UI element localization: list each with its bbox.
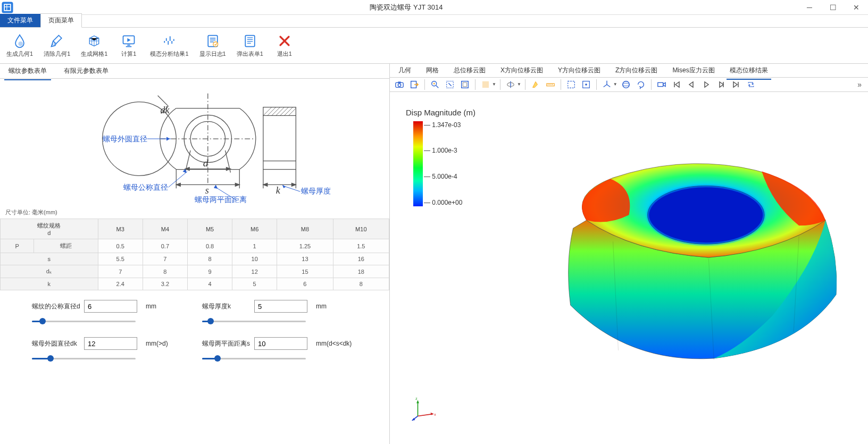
tab-mises[interactable]: Mises应力云图 (669, 64, 717, 77)
tab-fem-params[interactable]: 有限元参数表单 (60, 64, 113, 78)
input-group-s: 螺母两平面距离s mm(d<s<dk) (202, 337, 357, 363)
select-icon[interactable] (479, 78, 492, 91)
toolbar-overflow[interactable]: » (854, 80, 865, 89)
window-title: 陶瓷双边螺母 YJT 3014 (15, 3, 798, 12)
tab-page-menu[interactable]: 页面菜单 (40, 13, 82, 28)
svg-point-53 (585, 83, 587, 86)
zoom-box-icon[interactable] (444, 78, 456, 91)
highlight-icon[interactable] (529, 78, 542, 91)
box-select-icon[interactable] (565, 78, 578, 91)
ribbon-show-log[interactable]: 显示日志1 (197, 30, 228, 61)
maximize-button[interactable]: ☐ (821, 0, 845, 15)
svg-rect-48 (483, 81, 489, 87)
tab-thread-params[interactable]: 螺纹参数表单 (4, 64, 51, 78)
svg-line-28 (285, 107, 293, 116)
tab-z-disp[interactable]: Z方向位移云图 (612, 64, 661, 77)
left-sub-tabs: 螺纹参数表单 有限元参数表单 (0, 64, 389, 79)
ribbon-clear-geom[interactable]: 清除几何1 (41, 30, 72, 61)
clip-icon[interactable] (504, 78, 517, 91)
svg-point-4 (213, 42, 218, 47)
slider-d[interactable] (32, 317, 136, 325)
ruler-icon[interactable] (544, 78, 557, 91)
window-controls: ─ ☐ ✕ (798, 0, 868, 15)
svg-line-27 (280, 107, 289, 116)
svg-rect-20 (263, 107, 296, 170)
table-row: s 5.578101316 (1, 253, 389, 265)
tab-x-disp[interactable]: X方向位移云图 (497, 64, 546, 77)
unit-s: mm(d<s<dk) (316, 340, 352, 347)
camera-icon[interactable] (393, 78, 406, 91)
tab-total-disp[interactable]: 总位移云图 (450, 64, 489, 77)
play-icon[interactable] (700, 78, 713, 91)
minimize-button[interactable]: ─ (798, 0, 821, 15)
form-icon (242, 33, 258, 49)
tab-file-menu[interactable]: 文件菜单 (0, 14, 40, 27)
viewport-3d[interactable]: Disp Magnitude (m) 1.347e-03 1.000e-3 5.… (390, 92, 868, 444)
svg-text:z: z (415, 397, 418, 400)
svg-rect-50 (547, 83, 554, 86)
head-spec: 螺纹规格 d (1, 219, 98, 239)
ribbon-modal-result[interactable]: 模态分析结果1 (148, 30, 190, 61)
ribbon-toolbar: 生成几何1 清除几何1 生成网格1 计算1 模态分析结果1 显示日志1 弹出表单… (0, 28, 868, 64)
orbit-icon[interactable] (620, 78, 632, 91)
monitor-play-icon (121, 33, 137, 49)
zoom-fit-icon[interactable] (429, 78, 441, 91)
tab-geometry[interactable]: 几何 (395, 64, 414, 77)
input-dk[interactable] (84, 337, 137, 350)
unit-d: mm (146, 303, 156, 310)
table-row: dₖ 789121518 (1, 265, 389, 278)
svg-point-55 (622, 83, 629, 86)
next-frame-icon[interactable] (715, 78, 728, 91)
export-icon[interactable] (408, 78, 421, 91)
slider-k[interactable] (202, 317, 306, 325)
rotate-icon[interactable] (635, 78, 647, 91)
tab-modal-disp[interactable]: 模态位移结果 (727, 64, 771, 77)
first-frame-icon[interactable] (670, 78, 683, 91)
fit-window-icon[interactable] (458, 78, 471, 91)
main-split: 螺纹参数表单 有限元参数表单 (0, 64, 868, 444)
ribbon-gen-mesh[interactable]: 生成网格1 (79, 30, 110, 61)
input-s[interactable] (254, 337, 307, 350)
slider-s[interactable] (202, 354, 306, 363)
svg-rect-5 (245, 36, 255, 47)
svg-line-23 (263, 107, 272, 116)
close-x-icon (277, 33, 293, 49)
ribbon-label: 生成网格1 (81, 50, 107, 58)
axes-icon[interactable] (600, 78, 613, 91)
ribbon-label: 显示日志1 (199, 50, 226, 58)
tab-mesh[interactable]: 网格 (423, 64, 442, 77)
ribbon-gen-geom[interactable]: 生成几何1 (4, 30, 35, 61)
input-d[interactable] (84, 300, 137, 313)
right-panel: 几何 网格 总位移云图 X方向位移云图 Y方向位移云图 Z方向位移云图 Mise… (390, 64, 868, 444)
prev-frame-icon[interactable] (685, 78, 698, 91)
center-icon[interactable] (580, 78, 592, 91)
table-row: k 2.43.24568 (1, 278, 389, 290)
legend-colorbar (413, 121, 423, 206)
input-k[interactable] (254, 300, 307, 313)
svg-point-54 (622, 81, 629, 88)
close-button[interactable]: ✕ (845, 0, 868, 15)
ribbon-label: 模态分析结果1 (150, 50, 188, 58)
svg-rect-42 (398, 81, 400, 83)
view-toolbar: ▼ ▼ ▼ (390, 78, 868, 92)
ribbon-exit[interactable]: 退出1 (272, 30, 297, 61)
last-frame-icon[interactable] (730, 78, 742, 91)
svg-line-29 (288, 108, 296, 116)
tab-y-disp[interactable]: Y方向位移云图 (555, 64, 604, 77)
video-icon[interactable] (655, 78, 668, 91)
ribbon-popup-form[interactable]: 弹出表单1 (235, 30, 265, 61)
label-s: 螺母两平面距离s (202, 339, 251, 348)
input-group-k: 螺母厚度k mm (202, 300, 357, 325)
svg-text:螺母厚度: 螺母厚度 (301, 187, 331, 195)
slider-dk[interactable] (32, 354, 136, 363)
menu-tabs: 文件菜单 页面菜单 (0, 15, 868, 28)
svg-text:k: k (276, 185, 281, 196)
loop-icon[interactable] (745, 78, 757, 91)
svg-point-41 (398, 83, 400, 86)
svg-rect-56 (658, 82, 663, 86)
ribbon-label: 计算1 (121, 50, 136, 58)
svg-text:螺母两平面距离: 螺母两平面距离 (195, 195, 247, 203)
input-group-dk: 螺母外圆直径dk mm(>d) (32, 337, 187, 363)
ribbon-compute[interactable]: 计算1 (116, 30, 141, 61)
label-d: 螺纹的公称直径d (32, 302, 81, 311)
